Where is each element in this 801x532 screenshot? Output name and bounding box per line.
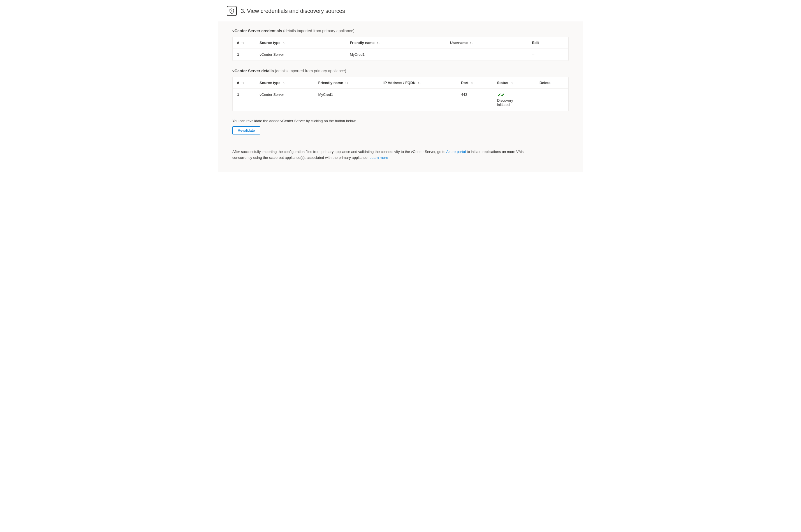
det-col-port: Port ↑↓ (457, 77, 492, 89)
cred-row-username (446, 49, 527, 61)
det-row-friendly-name: MyCred1 (314, 89, 379, 111)
det-row-num: 1 (232, 89, 255, 111)
sort-icon-source[interactable]: ↑↓ (282, 41, 285, 44)
credentials-title-bold: vCenter Server credentials (232, 28, 282, 33)
credentials-table-header: # ↑↓ Source type ↑↓ Friendly name ↑↓ Use… (232, 37, 569, 49)
details-title-normal: (details imported from primary appliance… (275, 69, 346, 73)
cred-col-friendly-name: Friendly name ↑↓ (345, 37, 446, 49)
details-section-title: vCenter Server details (details imported… (232, 69, 569, 73)
cred-col-num: # ↑↓ (232, 37, 255, 49)
cred-col-username: Username ↑↓ (446, 37, 527, 49)
page-title: 3. View credentials and discovery source… (241, 8, 345, 14)
details-title-bold: vCenter Server details (232, 69, 274, 73)
details-table-header: # ↑↓ Source type ↑↓ Friendly name ↑↓ IP … (232, 77, 569, 89)
table-row: 1 vCenter Server MyCred1 443 ✔✔ Discover… (232, 89, 569, 111)
sort-icon-username[interactable]: ↑↓ (470, 41, 473, 44)
details-table-body: 1 vCenter Server MyCred1 443 ✔✔ Discover… (232, 89, 569, 111)
cred-col-source-type: Source type ↑↓ (255, 37, 345, 49)
det-row-status: ✔✔ Discoveryinitiated (493, 89, 535, 111)
det-row-source-type: vCenter Server (255, 89, 314, 111)
credentials-table-body: 1 vCenter Server MyCred1 -- (232, 49, 569, 61)
det-sort-icon-source[interactable]: ↑↓ (282, 81, 285, 84)
details-table-wrapper: # ↑↓ Source type ↑↓ Friendly name ↑↓ IP … (232, 77, 569, 111)
det-sort-icon-num[interactable]: ↑↓ (241, 81, 244, 84)
shield-icon (227, 6, 237, 16)
det-sort-icon-ip[interactable]: ↑↓ (417, 81, 421, 84)
check-icon: ✔✔ (497, 92, 530, 98)
det-row-delete: -- (535, 89, 569, 111)
table-row: 1 vCenter Server MyCred1 -- (232, 49, 569, 61)
footer-divider (218, 172, 583, 172)
sort-icon-num[interactable]: ↑↓ (241, 41, 244, 44)
sort-icon-friendly[interactable]: ↑↓ (377, 41, 380, 44)
det-row-port: 443 (457, 89, 492, 111)
cred-col-edit: Edit (527, 37, 569, 49)
credentials-table-wrapper: # ↑↓ Source type ↑↓ Friendly name ↑↓ Use… (232, 37, 569, 61)
revalidate-button[interactable]: Revalidate (232, 126, 260, 134)
azure-portal-link[interactable]: Azure portal (446, 150, 466, 154)
learn-more-link[interactable]: Learn more (369, 155, 388, 160)
det-col-friendly-name: Friendly name ↑↓ (314, 77, 379, 89)
revalidate-section: You can revalidate the added vCenter Ser… (232, 119, 569, 141)
cred-row-friendly-name: MyCred1 (345, 49, 446, 61)
details-section: vCenter Server details (details imported… (232, 69, 569, 111)
det-sort-icon-status[interactable]: ↑↓ (510, 81, 514, 84)
credentials-section: vCenter Server credentials (details impo… (232, 28, 569, 61)
status-text: Discoveryinitiated (497, 98, 530, 107)
det-col-status: Status ↑↓ (493, 77, 535, 89)
cred-row-num: 1 (232, 49, 255, 61)
det-col-delete: Delete (535, 77, 569, 89)
page-header: 3. View credentials and discovery source… (218, 0, 583, 22)
det-col-ip: IP Address / FQDN ↑↓ (379, 77, 457, 89)
det-col-source-type: Source type ↑↓ (255, 77, 314, 89)
credentials-title-normal: (details imported from primary appliance… (283, 28, 354, 33)
revalidate-info: You can revalidate the added vCenter Ser… (232, 119, 569, 123)
footer-section: After successfully importing the configu… (232, 149, 541, 161)
main-content: vCenter Server credentials (details impo… (218, 22, 583, 172)
details-table: # ↑↓ Source type ↑↓ Friendly name ↑↓ IP … (232, 77, 569, 111)
det-row-ip (379, 89, 457, 111)
det-sort-icon-port[interactable]: ↑↓ (470, 81, 474, 84)
cred-row-edit: -- (527, 49, 569, 61)
cred-row-source-type: vCenter Server (255, 49, 345, 61)
footer-text-before: After successfully importing the configu… (232, 150, 446, 154)
det-col-num: # ↑↓ (232, 77, 255, 89)
det-sort-icon-friendly[interactable]: ↑↓ (345, 81, 348, 84)
credentials-section-title: vCenter Server credentials (details impo… (232, 28, 569, 33)
credentials-table: # ↑↓ Source type ↑↓ Friendly name ↑↓ Use… (232, 37, 569, 60)
